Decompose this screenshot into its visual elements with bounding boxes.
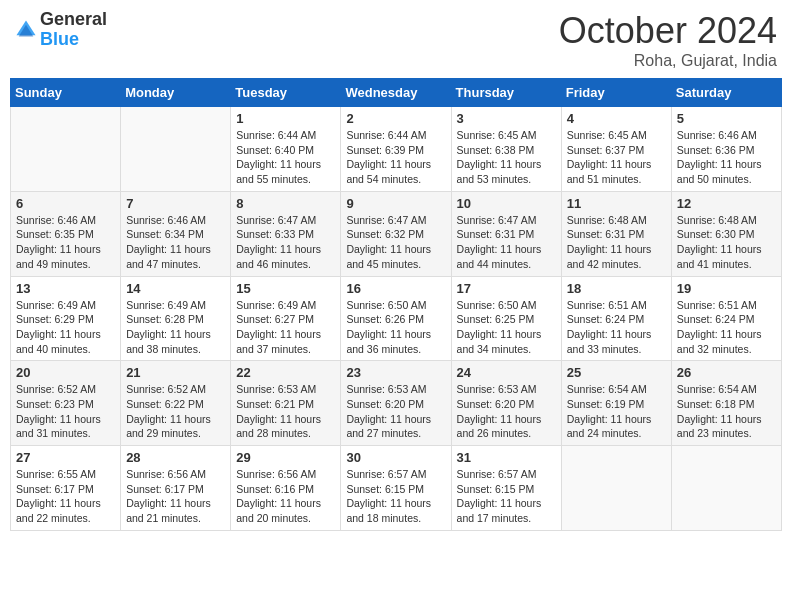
calendar-cell: 4Sunrise: 6:45 AM Sunset: 6:37 PM Daylig… [561, 107, 671, 192]
calendar-cell: 24Sunrise: 6:53 AM Sunset: 6:20 PM Dayli… [451, 361, 561, 446]
calendar-cell: 1Sunrise: 6:44 AM Sunset: 6:40 PM Daylig… [231, 107, 341, 192]
calendar-cell: 21Sunrise: 6:52 AM Sunset: 6:22 PM Dayli… [121, 361, 231, 446]
cell-info: Sunrise: 6:57 AM Sunset: 6:15 PM Dayligh… [457, 467, 556, 526]
calendar-cell: 29Sunrise: 6:56 AM Sunset: 6:16 PM Dayli… [231, 446, 341, 531]
cell-info: Sunrise: 6:53 AM Sunset: 6:20 PM Dayligh… [457, 382, 556, 441]
cell-info: Sunrise: 6:46 AM Sunset: 6:36 PM Dayligh… [677, 128, 776, 187]
calendar-cell: 7Sunrise: 6:46 AM Sunset: 6:34 PM Daylig… [121, 191, 231, 276]
cell-info: Sunrise: 6:45 AM Sunset: 6:38 PM Dayligh… [457, 128, 556, 187]
day-number: 9 [346, 196, 445, 211]
logo: General Blue [15, 10, 107, 50]
cell-info: Sunrise: 6:47 AM Sunset: 6:32 PM Dayligh… [346, 213, 445, 272]
calendar-cell: 23Sunrise: 6:53 AM Sunset: 6:20 PM Dayli… [341, 361, 451, 446]
calendar-cell: 14Sunrise: 6:49 AM Sunset: 6:28 PM Dayli… [121, 276, 231, 361]
cell-info: Sunrise: 6:45 AM Sunset: 6:37 PM Dayligh… [567, 128, 666, 187]
calendar-cell: 5Sunrise: 6:46 AM Sunset: 6:36 PM Daylig… [671, 107, 781, 192]
day-number: 4 [567, 111, 666, 126]
calendar-week-row: 1Sunrise: 6:44 AM Sunset: 6:40 PM Daylig… [11, 107, 782, 192]
day-number: 30 [346, 450, 445, 465]
weekday-header: Monday [121, 79, 231, 107]
weekday-header: Sunday [11, 79, 121, 107]
day-number: 5 [677, 111, 776, 126]
calendar-table: SundayMondayTuesdayWednesdayThursdayFrid… [10, 78, 782, 531]
day-number: 17 [457, 281, 556, 296]
calendar-cell: 8Sunrise: 6:47 AM Sunset: 6:33 PM Daylig… [231, 191, 341, 276]
calendar-cell: 22Sunrise: 6:53 AM Sunset: 6:21 PM Dayli… [231, 361, 341, 446]
calendar-cell [11, 107, 121, 192]
calendar-cell: 30Sunrise: 6:57 AM Sunset: 6:15 PM Dayli… [341, 446, 451, 531]
calendar-week-row: 13Sunrise: 6:49 AM Sunset: 6:29 PM Dayli… [11, 276, 782, 361]
calendar-cell: 19Sunrise: 6:51 AM Sunset: 6:24 PM Dayli… [671, 276, 781, 361]
calendar-cell: 11Sunrise: 6:48 AM Sunset: 6:31 PM Dayli… [561, 191, 671, 276]
weekday-header: Wednesday [341, 79, 451, 107]
calendar-cell: 26Sunrise: 6:54 AM Sunset: 6:18 PM Dayli… [671, 361, 781, 446]
day-number: 23 [346, 365, 445, 380]
day-number: 29 [236, 450, 335, 465]
cell-info: Sunrise: 6:44 AM Sunset: 6:40 PM Dayligh… [236, 128, 335, 187]
cell-info: Sunrise: 6:53 AM Sunset: 6:20 PM Dayligh… [346, 382, 445, 441]
day-number: 20 [16, 365, 115, 380]
day-number: 1 [236, 111, 335, 126]
calendar-header-row: SundayMondayTuesdayWednesdayThursdayFrid… [11, 79, 782, 107]
day-number: 28 [126, 450, 225, 465]
title-section: October 2024 Roha, Gujarat, India [559, 10, 777, 70]
weekday-header: Thursday [451, 79, 561, 107]
cell-info: Sunrise: 6:49 AM Sunset: 6:27 PM Dayligh… [236, 298, 335, 357]
month-title: October 2024 [559, 10, 777, 52]
calendar-week-row: 27Sunrise: 6:55 AM Sunset: 6:17 PM Dayli… [11, 446, 782, 531]
day-number: 24 [457, 365, 556, 380]
cell-info: Sunrise: 6:52 AM Sunset: 6:22 PM Dayligh… [126, 382, 225, 441]
cell-info: Sunrise: 6:50 AM Sunset: 6:25 PM Dayligh… [457, 298, 556, 357]
calendar-cell: 27Sunrise: 6:55 AM Sunset: 6:17 PM Dayli… [11, 446, 121, 531]
logo-text: General Blue [40, 10, 107, 50]
calendar-cell: 2Sunrise: 6:44 AM Sunset: 6:39 PM Daylig… [341, 107, 451, 192]
calendar-cell: 9Sunrise: 6:47 AM Sunset: 6:32 PM Daylig… [341, 191, 451, 276]
cell-info: Sunrise: 6:51 AM Sunset: 6:24 PM Dayligh… [567, 298, 666, 357]
cell-info: Sunrise: 6:57 AM Sunset: 6:15 PM Dayligh… [346, 467, 445, 526]
cell-info: Sunrise: 6:47 AM Sunset: 6:31 PM Dayligh… [457, 213, 556, 272]
day-number: 6 [16, 196, 115, 211]
day-number: 11 [567, 196, 666, 211]
cell-info: Sunrise: 6:51 AM Sunset: 6:24 PM Dayligh… [677, 298, 776, 357]
day-number: 14 [126, 281, 225, 296]
cell-info: Sunrise: 6:52 AM Sunset: 6:23 PM Dayligh… [16, 382, 115, 441]
logo-general: General [40, 10, 107, 30]
cell-info: Sunrise: 6:56 AM Sunset: 6:16 PM Dayligh… [236, 467, 335, 526]
page-header: General Blue October 2024 Roha, Gujarat,… [10, 10, 782, 70]
day-number: 26 [677, 365, 776, 380]
cell-info: Sunrise: 6:46 AM Sunset: 6:34 PM Dayligh… [126, 213, 225, 272]
calendar-cell: 16Sunrise: 6:50 AM Sunset: 6:26 PM Dayli… [341, 276, 451, 361]
day-number: 8 [236, 196, 335, 211]
day-number: 27 [16, 450, 115, 465]
calendar-cell [561, 446, 671, 531]
weekday-header: Saturday [671, 79, 781, 107]
day-number: 18 [567, 281, 666, 296]
cell-info: Sunrise: 6:55 AM Sunset: 6:17 PM Dayligh… [16, 467, 115, 526]
cell-info: Sunrise: 6:47 AM Sunset: 6:33 PM Dayligh… [236, 213, 335, 272]
cell-info: Sunrise: 6:49 AM Sunset: 6:28 PM Dayligh… [126, 298, 225, 357]
calendar-cell: 10Sunrise: 6:47 AM Sunset: 6:31 PM Dayli… [451, 191, 561, 276]
cell-info: Sunrise: 6:48 AM Sunset: 6:30 PM Dayligh… [677, 213, 776, 272]
day-number: 3 [457, 111, 556, 126]
day-number: 13 [16, 281, 115, 296]
calendar-cell: 15Sunrise: 6:49 AM Sunset: 6:27 PM Dayli… [231, 276, 341, 361]
cell-info: Sunrise: 6:50 AM Sunset: 6:26 PM Dayligh… [346, 298, 445, 357]
calendar-cell: 17Sunrise: 6:50 AM Sunset: 6:25 PM Dayli… [451, 276, 561, 361]
day-number: 15 [236, 281, 335, 296]
calendar-cell [121, 107, 231, 192]
cell-info: Sunrise: 6:53 AM Sunset: 6:21 PM Dayligh… [236, 382, 335, 441]
day-number: 25 [567, 365, 666, 380]
calendar-cell: 6Sunrise: 6:46 AM Sunset: 6:35 PM Daylig… [11, 191, 121, 276]
cell-info: Sunrise: 6:48 AM Sunset: 6:31 PM Dayligh… [567, 213, 666, 272]
calendar-week-row: 6Sunrise: 6:46 AM Sunset: 6:35 PM Daylig… [11, 191, 782, 276]
calendar-cell: 25Sunrise: 6:54 AM Sunset: 6:19 PM Dayli… [561, 361, 671, 446]
location: Roha, Gujarat, India [559, 52, 777, 70]
calendar-cell [671, 446, 781, 531]
cell-info: Sunrise: 6:44 AM Sunset: 6:39 PM Dayligh… [346, 128, 445, 187]
cell-info: Sunrise: 6:54 AM Sunset: 6:18 PM Dayligh… [677, 382, 776, 441]
day-number: 10 [457, 196, 556, 211]
calendar-cell: 12Sunrise: 6:48 AM Sunset: 6:30 PM Dayli… [671, 191, 781, 276]
calendar-cell: 13Sunrise: 6:49 AM Sunset: 6:29 PM Dayli… [11, 276, 121, 361]
cell-info: Sunrise: 6:54 AM Sunset: 6:19 PM Dayligh… [567, 382, 666, 441]
logo-icon [15, 19, 37, 41]
